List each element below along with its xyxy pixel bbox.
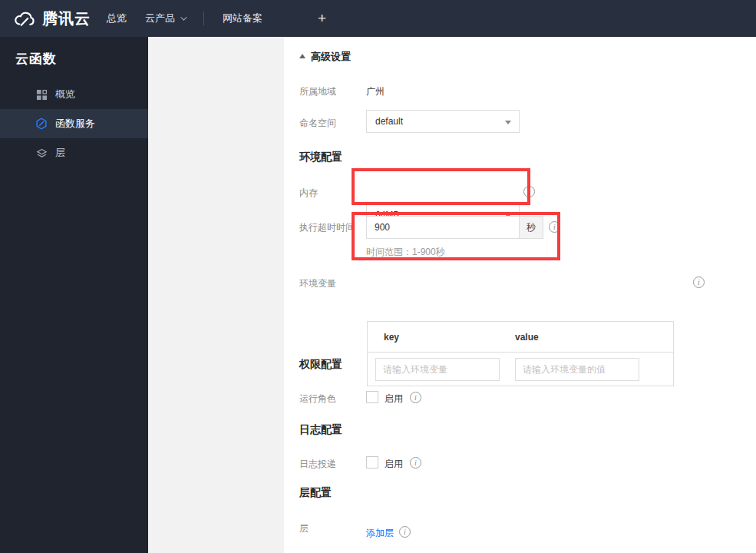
timeout-input-group: 秒 bbox=[366, 216, 543, 239]
brand-name: 腾讯云 bbox=[42, 8, 91, 29]
log-delivery-label: 日志投递 bbox=[299, 458, 336, 471]
run-role-enable-checkbox[interactable] bbox=[366, 391, 378, 403]
sidebar-item-overview[interactable]: 概览 bbox=[0, 80, 148, 109]
sidebar-item-overview-label: 概览 bbox=[55, 88, 75, 101]
envvars-label: 环境变量 bbox=[299, 277, 336, 290]
run-role-enable-label: 启用 bbox=[385, 392, 403, 406]
envvar-key-input[interactable] bbox=[375, 358, 500, 381]
namespace-select[interactable]: default bbox=[366, 110, 520, 133]
sidebar: 云函数 概览 函数服务 层 bbox=[0, 37, 148, 553]
region-label: 所属地域 bbox=[299, 85, 336, 98]
function-config-panel: 高级设置 所属地域 广州 命名空间 default 环境配置 内存 64MB 执… bbox=[284, 37, 756, 553]
sidebar-title: 云函数 bbox=[15, 50, 57, 68]
collapsed-panel-background bbox=[148, 37, 284, 553]
timeout-info-icon[interactable] bbox=[549, 221, 560, 233]
chevron-down-icon bbox=[180, 14, 187, 20]
namespace-selected-value: default bbox=[375, 116, 403, 127]
log-delivery-info-icon[interactable] bbox=[410, 457, 421, 469]
tencent-cloud-logo[interactable]: 腾讯云 bbox=[12, 8, 91, 29]
layer-label: 层 bbox=[299, 522, 309, 535]
scf-hexagon-icon bbox=[35, 118, 48, 130]
envvars-info-icon[interactable] bbox=[693, 276, 705, 288]
envvars-table: key value bbox=[367, 321, 674, 386]
timeout-label: 执行超时时间 bbox=[299, 221, 355, 234]
nav-item-cloud-products[interactable]: 云产品 bbox=[145, 0, 185, 37]
timeout-input[interactable] bbox=[366, 216, 520, 239]
log-delivery-enable-label: 启用 bbox=[385, 458, 403, 471]
region-value: 广州 bbox=[366, 85, 385, 98]
add-layer-link[interactable]: 添加层 bbox=[366, 527, 394, 540]
sidebar-item-function-service-label: 函数服务 bbox=[55, 117, 95, 131]
grid-icon bbox=[35, 88, 48, 101]
sidebar-item-function-service[interactable]: 函数服务 bbox=[0, 109, 148, 138]
nav-item-cloud-products-label: 云产品 bbox=[145, 12, 175, 25]
top-navigation: 总览 云产品 网站备案 + bbox=[107, 0, 326, 37]
advanced-settings-toggle[interactable]: 高级设置 bbox=[299, 50, 351, 64]
permission-config-title: 权限配置 bbox=[299, 358, 342, 372]
nav-divider bbox=[203, 12, 204, 25]
collapse-arrow-icon bbox=[299, 54, 305, 58]
run-role-info-icon[interactable] bbox=[410, 392, 421, 403]
memory-info-icon[interactable] bbox=[523, 186, 535, 197]
memory-label: 内存 bbox=[299, 187, 318, 200]
add-layer-info-icon[interactable] bbox=[399, 526, 411, 538]
envvars-table-row bbox=[368, 353, 673, 386]
nav-item-icp-filing[interactable]: 网站备案 bbox=[223, 0, 262, 37]
topbar: 腾讯云 总览 云产品 网站备案 + bbox=[0, 0, 756, 37]
envvars-key-header: key bbox=[384, 332, 399, 343]
layer-config-title: 层配置 bbox=[299, 486, 332, 500]
envvars-table-header: key value bbox=[368, 322, 673, 353]
advanced-settings-label: 高级设置 bbox=[311, 50, 351, 64]
add-nav-tab-button[interactable]: + bbox=[318, 10, 326, 27]
timeout-range-hint: 时间范围：1-900秒 bbox=[366, 246, 445, 259]
log-delivery-enable-checkbox[interactable] bbox=[366, 456, 378, 469]
timeout-unit-suffix: 秒 bbox=[520, 216, 543, 239]
layers-icon bbox=[35, 147, 48, 159]
sidebar-item-layers[interactable]: 层 bbox=[0, 138, 148, 167]
sidebar-item-layers-label: 层 bbox=[55, 146, 65, 160]
log-config-title: 日志配置 bbox=[299, 423, 342, 437]
highlight-box-memory bbox=[352, 168, 530, 205]
nav-item-overview[interactable]: 总览 bbox=[107, 0, 127, 37]
envvars-value-header: value bbox=[515, 332, 539, 343]
namespace-label: 命名空间 bbox=[299, 117, 336, 130]
run-role-label: 运行角色 bbox=[299, 392, 336, 406]
environment-config-title: 环境配置 bbox=[299, 151, 342, 164]
cloud-logo-icon bbox=[12, 10, 35, 28]
nav-item-icp-filing-label: 网站备案 bbox=[223, 12, 262, 25]
envvar-value-input[interactable] bbox=[515, 358, 639, 381]
dropdown-caret-icon bbox=[505, 121, 511, 124]
nav-item-overview-label: 总览 bbox=[107, 12, 127, 25]
